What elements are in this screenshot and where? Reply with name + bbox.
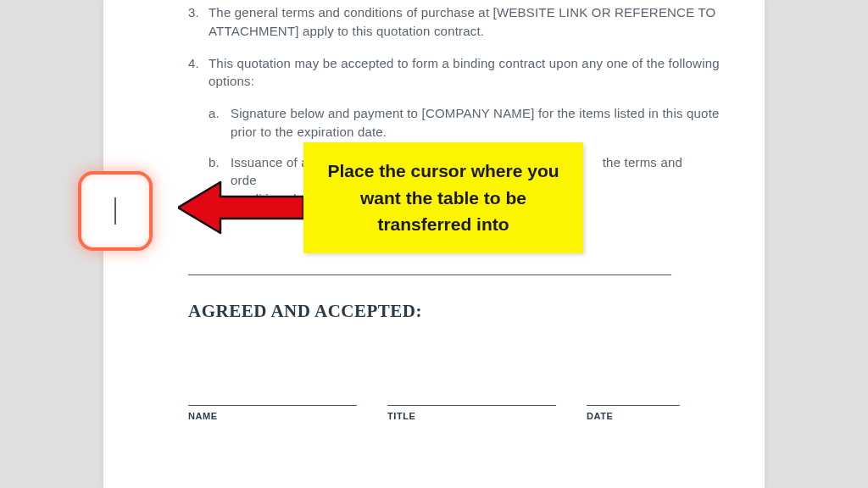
list-item-3: 3. The general terms and conditions of p… [185,3,731,41]
list-text: The general terms and conditions of purc… [209,3,731,41]
list-text: This quotation may be accepted to form a… [209,54,731,92]
signature-label-date: DATE [587,405,680,421]
signature-label-name: NAME [188,405,357,421]
list-item-4: 4. This quotation may be accepted to for… [185,54,731,92]
sub-text: Signature below and payment to [COMPANY … [231,104,731,141]
signature-label-title: TITLE [387,405,556,421]
arrow-icon [178,178,305,237]
sub-item-a: a. Signature below and payment to [COMPA… [209,104,731,141]
signature-date-field[interactable]: DATE [587,405,680,421]
list-number: 3. [185,3,209,41]
sub-letter: a. [209,104,231,141]
agreed-heading: AGREED AND ACCEPTED: [188,301,731,322]
section-divider [188,274,671,275]
signature-name-field[interactable]: NAME [188,405,357,421]
document-page[interactable]: 3. The general terms and conditions of p… [103,0,765,488]
signature-title-field[interactable]: TITLE [387,405,556,421]
svg-marker-0 [178,182,303,233]
list-number: 4. [185,54,209,92]
instruction-callout: Place the cursor where you want the tabl… [303,142,583,253]
signature-row: NAME TITLE DATE [188,405,680,421]
cursor-highlight-box [78,171,153,251]
text-cursor-icon[interactable] [114,197,116,225]
